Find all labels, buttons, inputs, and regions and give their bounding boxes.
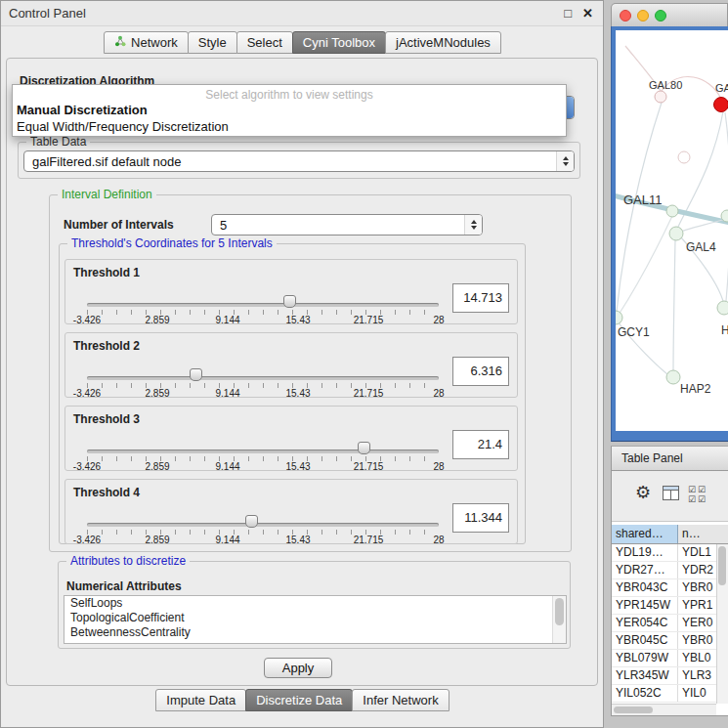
table-cell[interactable]: YLR345W [612, 667, 678, 684]
column-header-name[interactable]: n… [678, 525, 728, 543]
scrollbar-thumb[interactable] [614, 707, 653, 713]
attribute-list-item[interactable]: BetweennessCentrality [64, 625, 566, 640]
column-header-shared-name[interactable]: shared… [612, 525, 678, 543]
table-cell[interactable]: YDR27… [612, 562, 678, 578]
list-scrollbar[interactable] [552, 596, 566, 643]
tab-style[interactable]: Style [188, 31, 237, 54]
table-cell[interactable]: YBR043C [612, 579, 678, 596]
table-cell[interactable]: YBR045C [612, 632, 678, 649]
table-vertical-scrollbar[interactable] [716, 544, 728, 704]
combo-spinner-icon[interactable] [556, 151, 574, 171]
tab-discretize-data[interactable]: Discretize Data [245, 689, 353, 711]
slider-thumb[interactable] [358, 442, 370, 454]
threshold-slider[interactable]: -3.4262.8599.14415.4321.71528 [87, 509, 439, 542]
gear-icon[interactable]: ⚙ [635, 484, 651, 501]
number-of-intervals-select[interactable]: 5 [211, 214, 483, 236]
slider-track[interactable] [87, 376, 439, 380]
node-table-body[interactable]: YDL19…YDL1YDR27…YDR2YBR043CYBR0YPR145WYP… [612, 544, 716, 704]
minimize-traffic-light-icon[interactable] [637, 10, 649, 21]
thresholds-group-title: Threshold's Coordinates for 5 Intervals [67, 236, 277, 250]
table-cell[interactable]: YDR2 [678, 562, 716, 578]
table-row[interactable]: YBL079WYBL0 [612, 650, 716, 667]
slider-scale-label: 15.43 [285, 388, 310, 399]
network-canvas[interactable]: GAL80GAGAL11GAL4GCY1HAP2H [616, 30, 728, 431]
table-cell[interactable]: YIL052C [612, 685, 678, 702]
attribute-list-item[interactable]: TopologicalCoefficient [64, 611, 566, 625]
numerical-attributes-list[interactable]: SelfLoopsTopologicalCoefficientBetweenne… [64, 595, 567, 644]
threshold-value-field[interactable]: 11.344 [452, 503, 509, 533]
threshold-value-field[interactable]: 6.316 [452, 357, 509, 386]
zoom-traffic-light-icon[interactable] [655, 10, 666, 21]
number-of-intervals-value: 5 [220, 215, 462, 235]
close-traffic-light-icon[interactable] [620, 10, 631, 21]
threshold-value-field[interactable]: 21.4 [452, 430, 509, 459]
table-row[interactable]: YDR27…YDR2 [612, 562, 716, 579]
attribute-list-item[interactable]: SelfLoops [64, 596, 566, 611]
table-cell[interactable]: YBL0 [678, 650, 716, 666]
table-panel-header[interactable]: Table Panel [611, 446, 728, 471]
table-row[interactable]: YBR043CYBR0 [612, 579, 716, 597]
network-node-label[interactable]: GAL4 [686, 240, 716, 254]
table-cell[interactable]: YBL079W [612, 650, 678, 666]
numerical-attributes-label: Numerical Attributes [66, 579, 182, 593]
columns-icon[interactable] [663, 486, 679, 503]
slider-track[interactable] [87, 303, 439, 307]
close-icon[interactable]: ✕ [582, 1, 593, 26]
table-row[interactable]: YIL052CYIL0 [612, 685, 716, 703]
slider-track[interactable] [87, 450, 439, 453]
table-row[interactable]: YER054CYER0 [612, 615, 716, 632]
apply-button[interactable]: Apply [264, 658, 332, 678]
network-node-label[interactable]: GAL11 [623, 193, 663, 207]
table-cell[interactable]: YLR3 [678, 667, 716, 684]
scrollbar-thumb[interactable] [718, 546, 726, 585]
table-data-select[interactable]: galFiltered.sif default node [23, 150, 575, 172]
table-cell[interactable]: YER0 [678, 615, 716, 631]
combo-spinner-icon[interactable] [464, 215, 482, 235]
tab-impute-data[interactable]: Impute Data [155, 689, 246, 711]
slider-track[interactable] [87, 523, 439, 527]
tab-cyni-toolbox[interactable]: Cyni Toolbox [292, 31, 386, 54]
threshold-slider[interactable]: -3.4262.8599.14415.4321.71528 [87, 363, 439, 396]
network-node-label[interactable]: GAL80 [649, 79, 682, 91]
table-cell[interactable]: YDL1 [678, 544, 716, 561]
table-cell[interactable]: YDL19… [612, 544, 678, 561]
network-node-label[interactable]: GA [715, 82, 728, 94]
table-panel-title: Table Panel [621, 451, 683, 465]
tab-infer-network[interactable]: Infer Network [352, 689, 449, 711]
table-row[interactable]: YLR345WYLR3 [612, 667, 716, 685]
tab-jactivemnodules[interactable]: jActiveMNodules [385, 31, 501, 54]
slider-thumb[interactable] [190, 368, 202, 381]
table-cell[interactable]: YIL0 [678, 685, 716, 702]
network-node-label[interactable]: HAP2 [680, 382, 710, 396]
table-horizontal-scrollbar[interactable] [612, 704, 716, 715]
slider-thumb[interactable] [245, 515, 258, 528]
float-window-icon[interactable]: □ [564, 1, 572, 26]
table-cell[interactable]: YPR1 [678, 597, 716, 614]
table-row[interactable]: YDL19…YDL1 [612, 544, 716, 562]
tab-network[interactable]: Network [104, 31, 189, 54]
network-node-label[interactable]: GCY1 [618, 325, 650, 339]
dropdown-option-manual-discretization[interactable]: Manual Discretization [13, 102, 566, 118]
threshold-value-field[interactable]: 14.713 [452, 283, 509, 313]
tab-select[interactable]: Select [236, 31, 293, 54]
table-cell[interactable]: YER054C [612, 615, 678, 631]
slider-scale-label: 2.859 [145, 388, 169, 399]
table-cell[interactable]: YPR145W [612, 597, 678, 614]
dropdown-placeholder-option[interactable]: Select algorithm to view settings [13, 85, 566, 102]
table-cell[interactable]: YBR0 [678, 632, 716, 649]
scrollbar-thumb[interactable] [555, 598, 564, 625]
select-columns-icon[interactable]: ☑☑ ☑☑ [688, 485, 707, 504]
threshold-slider[interactable]: -3.4262.8599.14415.4321.71528 [87, 436, 439, 469]
slider-thumb[interactable] [283, 295, 296, 308]
network-node-label[interactable]: H [721, 323, 728, 337]
table-cell[interactable]: YBR0 [678, 579, 716, 596]
table-row[interactable]: YPR145WYPR1 [612, 597, 716, 615]
dropdown-option-equal-width[interactable]: Equal Width/Frequency Discretization [13, 118, 566, 135]
threshold-slider[interactable]: -3.4262.8599.14415.4321.71528 [87, 289, 439, 322]
table-data-group: Table Data galFiltered.sif default node [18, 142, 580, 179]
threshold-label: Threshold 1 [73, 266, 140, 279]
control-panel-window: Control Panel □ ✕ Network Style Select C… [0, 0, 604, 728]
table-row[interactable]: YBR045CYBR0 [612, 632, 716, 650]
network-window-titlebar[interactable] [611, 3, 728, 26]
table-data-selected-value: galFiltered.sif default node [32, 151, 554, 171]
